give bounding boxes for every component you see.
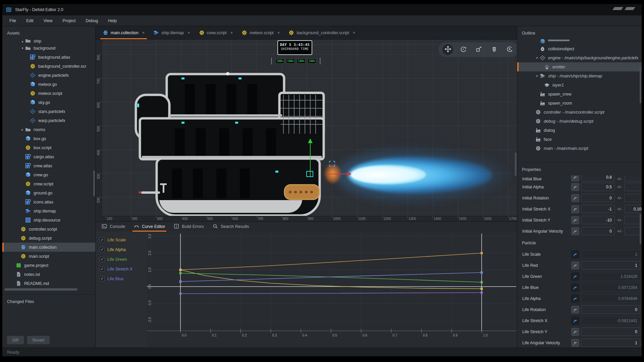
menu-item-help[interactable]: Help [103, 15, 122, 26]
legend-item-life-alpha[interactable]: ✓Life Alpha [96, 245, 147, 254]
checkbox-checked-icon[interactable]: ✓ [100, 257, 105, 262]
asset-item-ship.tilesource[interactable]: ship.tilesource [2, 216, 95, 225]
bottom-tab-build-errors[interactable]: Build Errors [174, 222, 204, 232]
asset-item-main.collection[interactable]: main.collection [2, 243, 95, 252]
curve-plot-area[interactable]: 0.00.10.20.30.40.50.60.70.80.91.03.02.01… [147, 232, 517, 348]
outline-item-spawn_room[interactable]: spawn_room [517, 99, 642, 108]
outline-item-spawn_crew[interactable]: spawn_crew [517, 89, 642, 99]
asset-item-ship.tilemap[interactable]: ship.tilemap [2, 206, 95, 216]
checkbox-checked-icon[interactable]: ✓ [100, 237, 105, 242]
scale-tool-button[interactable] [473, 44, 484, 55]
asset-item-background[interactable]: ▾background [2, 44, 95, 53]
property-value-input[interactable] [581, 327, 640, 336]
asset-item-notes.txt[interactable]: notes.txt [2, 270, 95, 279]
curve-toggle-button[interactable] [571, 306, 579, 314]
properties-scrollbar[interactable] [640, 214, 641, 244]
tab-ship.tilemap[interactable]: ship.tilemap× [149, 26, 194, 39]
legend-item-life-scale[interactable]: ✓Life Scale [96, 235, 147, 245]
menu-item-project[interactable]: Project [58, 15, 81, 26]
menu-item-edit[interactable]: Edit [21, 15, 39, 26]
tab-close-icon[interactable]: × [230, 30, 233, 35]
asset-item-controller.script[interactable]: controller.script [2, 225, 95, 234]
curve-toggle-button[interactable] [571, 194, 579, 202]
curve-toggle-button[interactable] [571, 227, 579, 235]
property-value-input[interactable] [581, 261, 640, 269]
assets-horizontal-scrollbar[interactable] [4, 288, 77, 291]
property-spread-input[interactable] [624, 216, 642, 224]
outline-item-debug[interactable]: debug - /main/debug.script [517, 117, 642, 126]
tab-background_controller.script[interactable]: background_controller.script× [284, 26, 360, 39]
bottom-tab-search-results[interactable]: Search Results [213, 222, 249, 232]
reset-camera-tool-button[interactable] [504, 44, 515, 55]
curve-toggle-button[interactable] [571, 284, 579, 292]
asset-item-sky.go[interactable]: sky.go [2, 98, 95, 107]
property-spread-input[interactable] [624, 175, 642, 181]
asset-item-warp.particlefx[interactable]: warp.particlefx [2, 116, 95, 125]
property-value-input[interactable] [581, 194, 615, 202]
scene-viewport[interactable]: 800700600500400300200 100200300400500600… [96, 40, 517, 221]
outline-item-emitter[interactable]: emitter [517, 62, 642, 71]
outline-item-collisionobject[interactable]: collisionobject [517, 44, 642, 53]
asset-item-meteor.go[interactable]: meteor.go [2, 80, 95, 89]
property-spread-input[interactable] [624, 194, 642, 202]
tab-meteor.script[interactable]: meteor.script× [237, 26, 284, 39]
move-gizmo-x-arrowhead[interactable] [347, 172, 352, 176]
asset-item-meteor.script[interactable]: meteor.script [2, 89, 95, 98]
asset-item-cargo.atlas[interactable]: cargo.atlas [2, 152, 95, 161]
asset-item-README.md[interactable]: README.md [2, 279, 95, 288]
checkbox-checked-icon[interactable]: ✓ [100, 266, 105, 272]
outline-item-dialog[interactable]: dialog [517, 126, 642, 135]
asset-item-icons.atlas[interactable]: icons.atlas [2, 197, 95, 206]
property-value-input[interactable] [581, 175, 615, 181]
tree-expand-arrow-icon[interactable]: ▾ [20, 46, 25, 50]
property-value-input[interactable] [581, 283, 640, 292]
bottom-tab-curve-editor[interactable]: Curve Editor [134, 222, 165, 232]
outline-scrollbar[interactable] [640, 66, 641, 103]
asset-item-crew.go[interactable]: crew.go [2, 170, 95, 179]
property-value-input[interactable] [581, 227, 615, 235]
checkbox-checked-icon[interactable]: ✓ [100, 247, 105, 252]
outline-item-clipped[interactable] [517, 39, 642, 44]
property-value-input[interactable] [581, 183, 615, 191]
checkbox-checked-icon[interactable]: ✓ [100, 276, 105, 281]
asset-item-ship[interactable]: ▾ship [2, 39, 95, 44]
menu-item-debug[interactable]: Debug [80, 15, 103, 26]
property-spread-input[interactable] [624, 205, 642, 213]
asset-item-game.project[interactable]: game.project [2, 261, 95, 270]
tree-expand-arrow-icon[interactable]: ▾ [534, 74, 540, 78]
property-value-input[interactable] [581, 216, 615, 224]
legend-item-life-green[interactable]: ✓Life Green [96, 254, 147, 264]
scene-canvas[interactable]: DAY 5 3:43:45 SHIPBOARD TIME 100%100%100… [102, 40, 517, 216]
asset-item-rooms[interactable]: ▸rooms [2, 125, 95, 134]
curve-toggle-button[interactable] [571, 273, 579, 281]
rotate-tool-button[interactable] [458, 44, 469, 55]
asset-item-main.script[interactable]: main.script [2, 252, 95, 261]
revert-button[interactable]: Revert [27, 336, 50, 344]
tab-close-icon[interactable]: × [277, 30, 280, 35]
tab-main.collection[interactable]: main.collection× [98, 26, 149, 39]
assets-vertical-scrollbar[interactable] [93, 170, 95, 196]
scene-vertical-scrollbar[interactable] [515, 153, 517, 176]
tab-close-icon[interactable]: × [142, 30, 145, 35]
asset-item-debug.script[interactable]: debug.script [2, 234, 95, 243]
curve-plot[interactable]: 0.00.10.20.30.40.50.60.70.80.91.03.02.01… [147, 232, 516, 348]
curve-toggle-button[interactable] [571, 295, 579, 303]
outline-item-engine[interactable]: ▾engine - /main/ship/background/engine.p… [517, 53, 642, 62]
asset-item-box.go[interactable]: box.go [2, 134, 95, 143]
property-value-input[interactable] [581, 294, 640, 303]
curve-toggle-button[interactable] [571, 339, 579, 347]
curve-toggle-button[interactable] [571, 205, 579, 213]
diff-button[interactable]: Diff [7, 336, 24, 344]
tab-close-icon[interactable]: × [187, 30, 190, 35]
curve-toggle-button[interactable] [571, 250, 579, 258]
property-value-input[interactable] [581, 205, 615, 213]
legend-item-life-stretch-x[interactable]: ✓Life Stretch X [96, 264, 147, 274]
curve-toggle-button[interactable] [571, 328, 579, 336]
property-value-input[interactable] [581, 305, 640, 314]
tree-expand-arrow-icon[interactable]: ▾ [20, 40, 25, 44]
tree-expand-arrow-icon[interactable]: ▾ [534, 56, 540, 60]
asset-item-engine.particlefx[interactable]: engine.particlefx [2, 71, 95, 80]
curve-toggle-button[interactable] [571, 183, 579, 191]
outline-item-ship[interactable]: ▾ship - /main/ship/ship.tilemap [517, 71, 642, 80]
outline-item-controller[interactable]: controller - /main/controller.script [517, 108, 642, 117]
